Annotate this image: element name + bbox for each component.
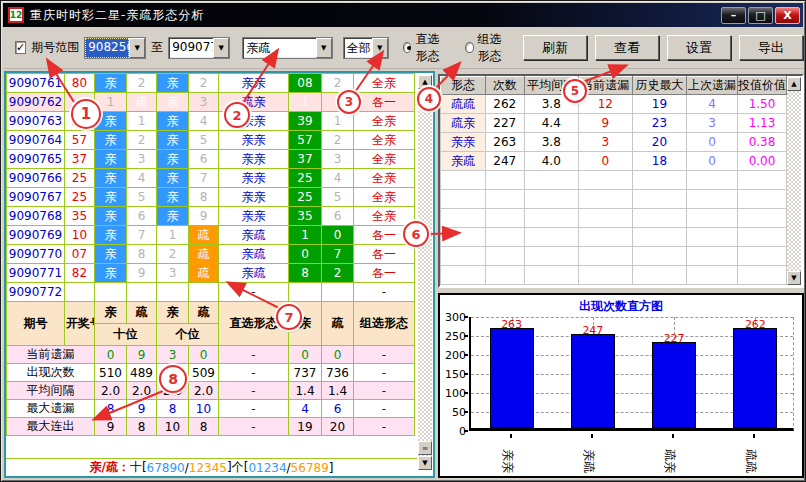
column-group-header: 个位	[157, 324, 219, 346]
stats-cell	[485, 228, 524, 247]
stats-column-header[interactable]: 当前遗漏	[578, 77, 632, 95]
scroll-down-icon[interactable]: ▼	[418, 456, 432, 470]
y-axis-label: 100	[442, 387, 466, 400]
axis-tick	[753, 434, 755, 438]
stats-cell	[578, 190, 632, 209]
stats-cell: 12	[578, 95, 632, 114]
table-row[interactable]: 909076835亲6亲9亲亲356全亲	[7, 207, 415, 226]
cell	[127, 283, 157, 302]
period-from-combobox[interactable]: 9082508 ▼	[84, 37, 146, 59]
cell: 亲	[95, 74, 127, 93]
minimize-button[interactable]: –	[721, 7, 746, 24]
stats-empty-row	[441, 228, 787, 247]
period-to-combobox[interactable]: 9090771 ▼	[168, 37, 230, 59]
scroll-up-icon[interactable]: ▲	[418, 75, 432, 89]
cell: 39	[65, 112, 95, 131]
table-row[interactable]: 909076457亲2亲5亲亲572全亲	[7, 131, 415, 150]
summary-label: 出现次数	[7, 364, 95, 382]
summary-value: 0	[322, 346, 354, 364]
scroll-down-icon[interactable]: ▼	[787, 271, 801, 285]
cell: 82	[65, 264, 95, 283]
cell: 5	[189, 131, 219, 150]
period-range-checkbox[interactable]: ✓	[15, 41, 26, 54]
histogram-panel: 出现次数直方图 263247227262 亲亲亲疏疏亲疏疏05010015020…	[438, 293, 804, 478]
chevron-down-icon[interactable]: ▼	[129, 38, 145, 58]
pattern-type-combobox[interactable]: 亲疏 ▼	[242, 37, 333, 59]
x-axis-label: 亲亲	[499, 449, 516, 473]
stats-column-header[interactable]: 投值价值	[738, 77, 787, 95]
chevron-down-icon[interactable]: ▼	[213, 38, 229, 58]
stats-column-header[interactable]: 上次遗漏	[686, 77, 737, 95]
scope-combobox[interactable]: 全部 ▼	[343, 37, 389, 59]
summary-value: -	[219, 400, 289, 418]
chevron-down-icon[interactable]: ▼	[316, 38, 332, 58]
stats-cell: 227	[485, 114, 524, 133]
y-axis-label: 200	[442, 349, 466, 362]
stats-header-row: 形态次数平均间隔当前遗漏历史最大上次遗漏投值价值	[441, 77, 787, 95]
cell: 亲疏	[219, 264, 289, 283]
scrollbar-thumb[interactable]: ≡	[418, 441, 432, 455]
stats-cell: 0	[578, 152, 632, 171]
table-row[interactable]: 909077007亲82疏亲疏07各一	[7, 245, 415, 264]
stats-empty-row	[441, 247, 787, 266]
pattern-stats-panel: 形态次数平均间隔当前遗漏历史最大上次遗漏投值价值疏疏2623.8121941.5…	[438, 74, 804, 288]
cell: 全亲	[354, 74, 415, 93]
table-row[interactable]: 90907621疏亲3疏亲1各一	[7, 93, 415, 112]
summary-value: 19	[289, 418, 322, 436]
stats-row[interactable]: 疏疏2623.8121941.50	[441, 95, 787, 114]
stats-row[interactable]: 亲疏2474.001800.00	[441, 152, 787, 171]
table-row[interactable]: 909076910亲71疏亲疏10各一	[7, 226, 415, 245]
table-row[interactable]: 9090772--	[7, 283, 415, 302]
cell: 1	[289, 226, 322, 245]
stats-column-header[interactable]: 次数	[485, 77, 524, 95]
stats-empty-row	[441, 209, 787, 228]
cell: 亲	[95, 226, 127, 245]
refresh-button[interactable]: 刷新	[523, 35, 587, 60]
stats-cell: 3	[686, 114, 737, 133]
cell: 25	[289, 169, 322, 188]
stats-row[interactable]: 疏亲2274.492331.13	[441, 114, 787, 133]
chevron-down-icon[interactable]: ▼	[372, 38, 388, 58]
stats-cell: 20	[632, 133, 686, 152]
close-button[interactable]: X	[775, 7, 800, 24]
table-row[interactable]: 909076625亲4亲7亲亲254全亲	[7, 169, 415, 188]
stats-cell	[632, 228, 686, 247]
column-header: 亲	[95, 302, 127, 324]
cell: 9090762	[7, 93, 65, 112]
left-table-scrollbar[interactable]: ▲ ≡ ▼	[418, 75, 432, 470]
cell: 9090763	[7, 112, 65, 131]
draw-history-table: 909076180亲2亲2亲亲082全亲90907621疏亲3疏亲1各一9090…	[6, 73, 415, 436]
maximize-button[interactable]: □	[748, 7, 773, 24]
radio-group-pattern[interactable]: 组选形态	[465, 31, 513, 65]
stats-cell	[441, 209, 486, 228]
cell: 6	[127, 207, 157, 226]
cell	[322, 283, 354, 302]
stats-row[interactable]: 亲亲2633.832000.38	[441, 133, 787, 152]
cell: 4	[189, 112, 219, 131]
summary-value: 490	[157, 364, 189, 382]
radio-direct-pattern[interactable]: 直选形态	[403, 31, 451, 65]
summary-value: -	[219, 346, 289, 364]
export-button[interactable]: 导出	[739, 35, 803, 60]
scroll-up-icon[interactable]: ▲	[787, 77, 801, 91]
cell: 39	[289, 112, 322, 131]
settings-button[interactable]: 设置	[667, 35, 731, 60]
table-row[interactable]: 909076180亲2亲2亲亲082全亲	[7, 74, 415, 93]
stats-column-header[interactable]: 平均间隔	[524, 77, 578, 95]
summary-value: 3	[157, 346, 189, 364]
cell: 2	[322, 131, 354, 150]
stats-cell	[485, 171, 524, 190]
stats-cell	[524, 190, 578, 209]
stats-scrollbar[interactable]: ▲ ▼	[787, 77, 801, 285]
cell: 1	[289, 93, 322, 112]
stats-column-header[interactable]: 形态	[441, 77, 486, 95]
app-icon: 12	[8, 7, 24, 23]
table-row[interactable]: 909077182亲93疏亲疏82各一	[7, 264, 415, 283]
table-row[interactable]: 909076725亲5亲8亲亲255全亲	[7, 188, 415, 207]
stats-column-header[interactable]: 历史最大	[632, 77, 686, 95]
cell: 9090771	[7, 264, 65, 283]
cell: 3	[127, 150, 157, 169]
table-row[interactable]: 909076537亲3亲6亲亲373全亲	[7, 150, 415, 169]
table-row[interactable]: 909076339亲1亲4亲亲391全亲	[7, 112, 415, 131]
view-button[interactable]: 查看	[595, 35, 659, 60]
